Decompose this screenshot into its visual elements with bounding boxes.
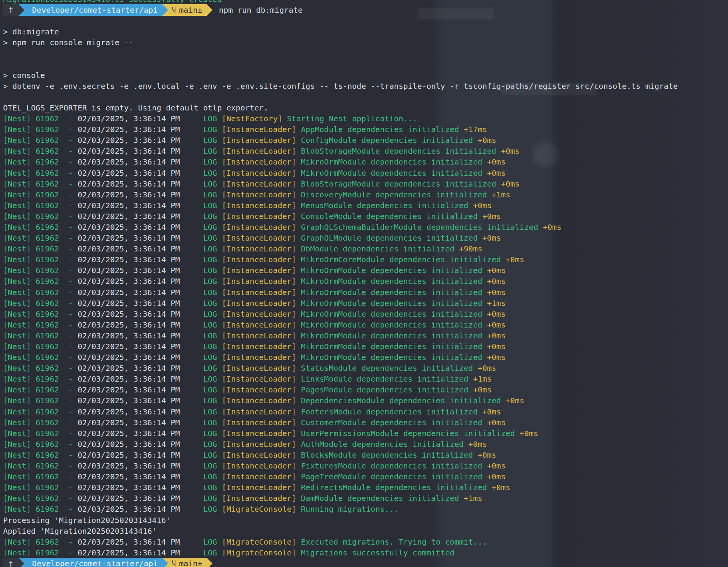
nest-context: [InstanceLoader] xyxy=(222,429,296,438)
nest-level: LOG xyxy=(180,537,222,547)
log-line: [Nest] 61962 - 02/03/2025, 3:36:14 PM LO… xyxy=(3,124,728,135)
log-line: [Nest] 61962 - 02/03/2025, 3:36:14 PM LO… xyxy=(3,156,728,167)
nest-prefix: [Nest] 61962 - xyxy=(3,179,78,188)
nest-elapsed: +1ms xyxy=(482,299,505,308)
nest-message: PagesModule dependencies initialized xyxy=(296,385,469,394)
nest-prefix: [Nest] 61962 - xyxy=(3,407,78,416)
nest-elapsed: +0ms xyxy=(468,201,492,210)
nest-level: LOG xyxy=(180,125,222,134)
nest-elapsed: +0ms xyxy=(482,418,505,427)
nest-message: MikroOrmModule dependencies initialized xyxy=(296,331,483,340)
terminal-output: Migration20250203143416.ts successfully … xyxy=(3,0,728,567)
git-branch-icon xyxy=(171,6,177,14)
shell-prompt: †Developer/comet-starter/apimain±npm run… xyxy=(3,5,728,15)
nest-level: LOG xyxy=(180,179,222,188)
nest-elapsed: +0ms xyxy=(482,266,505,275)
log-line: [Nest] 61962 - 02/03/2025, 3:36:14 PM LO… xyxy=(3,450,728,460)
nest-message: MikroOrmModule dependencies initialized xyxy=(296,320,483,329)
nest-timestamp: 02/03/2025, 3:36:14 PM xyxy=(78,212,180,221)
nest-context: [InstanceLoader] xyxy=(222,146,296,156)
terminal-window[interactable]: Migration20250203143416.ts successfully … xyxy=(0,0,728,567)
nest-elapsed: +0ms xyxy=(473,450,496,460)
nest-prefix: [Nest] 61962 - xyxy=(3,299,78,308)
nest-message: MenusModule dependencies initialized xyxy=(296,201,469,210)
nest-timestamp: 02/03/2025, 3:36:14 PM xyxy=(78,537,180,547)
nest-context: [InstanceLoader] xyxy=(222,309,296,319)
nest-message: Running migrations... xyxy=(296,504,399,514)
nest-prefix: [Nest] 61962 - xyxy=(3,212,78,221)
log-text: > console xyxy=(3,71,45,80)
nest-message: Starting Nest application... xyxy=(282,114,417,123)
powerline-arrow-icon xyxy=(207,4,213,16)
log-line: [Nest] 61962 - 02/03/2025, 3:36:14 PM LO… xyxy=(3,341,728,352)
log-text: Processing 'Migration20250203143416' xyxy=(3,516,170,525)
nest-timestamp: 02/03/2025, 3:36:14 PM xyxy=(78,125,180,134)
log-line: [Nest] 61962 - 02/03/2025, 3:36:14 PM LO… xyxy=(3,309,728,319)
log-line: OTEL_LOGS_EXPORTER is empty. Using defau… xyxy=(3,102,728,113)
nest-context: [InstanceLoader] xyxy=(222,212,296,221)
prompt-path-segment: Developer/comet-starter/api xyxy=(24,558,162,567)
nest-message: AuthModule dependencies initialized xyxy=(296,440,464,449)
nest-timestamp: 02/03/2025, 3:36:14 PM xyxy=(78,342,180,351)
prompt-path: Developer/comet-starter/api xyxy=(32,5,158,15)
nest-elapsed: +0ms xyxy=(482,472,505,481)
nest-prefix: [Nest] 61962 - xyxy=(3,146,78,156)
nest-timestamp: 02/03/2025, 3:36:14 PM xyxy=(78,266,180,275)
nest-context: [InstanceLoader] xyxy=(222,277,296,286)
nest-level: LOG xyxy=(180,418,222,427)
nest-elapsed: +0ms xyxy=(482,331,505,340)
nest-level: LOG xyxy=(180,136,222,145)
log-line: [Nest] 61962 - 02/03/2025, 3:36:14 PM LO… xyxy=(3,135,728,146)
nest-prefix: [Nest] 61962 - xyxy=(3,504,78,514)
nest-elapsed: +0ms xyxy=(473,363,496,373)
nest-prefix: [Nest] 61962 - xyxy=(3,201,78,210)
log-line: > db:migrate xyxy=(3,26,728,37)
nest-context: [InstanceLoader] xyxy=(222,233,296,243)
nest-message: AppModule dependencies initialized xyxy=(296,125,459,134)
nest-level: LOG xyxy=(180,201,222,210)
user-symbol-icon: † xyxy=(9,5,13,15)
user-symbol-icon: † xyxy=(9,558,13,567)
nest-message: CustomerModule dependencies initialized xyxy=(296,418,483,427)
nest-level: LOG xyxy=(180,146,222,156)
nest-timestamp: 02/03/2025, 3:36:14 PM xyxy=(78,244,180,253)
log-line: [Nest] 61962 - 02/03/2025, 3:36:14 PM LO… xyxy=(3,363,728,373)
nest-timestamp: 02/03/2025, 3:36:14 PM xyxy=(78,179,180,188)
nest-elapsed: +0ms xyxy=(473,136,496,145)
nest-prefix: [Nest] 61962 - xyxy=(3,277,78,286)
git-branch-segment: main± xyxy=(168,558,207,567)
nest-prefix: [Nest] 61962 - xyxy=(3,125,78,134)
nest-context: [InstanceLoader] xyxy=(222,331,296,340)
log-line: [Nest] 61962 - 02/03/2025, 3:36:14 PM LO… xyxy=(3,222,728,233)
log-line xyxy=(3,48,728,59)
nest-prefix: [Nest] 61962 - xyxy=(3,396,78,405)
nest-message: DependenciesModule dependencies initiali… xyxy=(296,396,501,405)
nest-context: [InstanceLoader] xyxy=(222,125,296,134)
nest-elapsed: +1ms xyxy=(487,190,510,199)
nest-message: LinksModule dependencies initialized xyxy=(296,374,469,384)
nest-context: [InstanceLoader] xyxy=(222,244,296,253)
nest-message: GraphQLModule dependencies initialized xyxy=(296,233,478,243)
nest-message: MikroOrmModule dependencies initialized xyxy=(296,277,483,286)
nest-timestamp: 02/03/2025, 3:36:14 PM xyxy=(78,157,180,166)
nest-level: LOG xyxy=(180,212,222,221)
log-line: [Nest] 61962 - 02/03/2025, 3:36:14 PM LO… xyxy=(3,406,728,417)
terminal-screen: { "palette": { "background": "#2a2d35", … xyxy=(0,0,728,567)
nest-timestamp: 02/03/2025, 3:36:14 PM xyxy=(78,494,180,503)
nest-context: [InstanceLoader] xyxy=(222,461,296,470)
nest-timestamp: 02/03/2025, 3:36:14 PM xyxy=(78,548,180,557)
nest-timestamp: 02/03/2025, 3:36:14 PM xyxy=(78,222,180,232)
log-line: [Nest] 61962 - 02/03/2025, 3:36:14 PM LO… xyxy=(3,276,728,287)
nest-prefix: [Nest] 61962 - xyxy=(3,190,78,199)
nest-context: [InstanceLoader] xyxy=(222,288,296,297)
nest-elapsed: +0ms xyxy=(478,233,501,243)
nest-level: LOG xyxy=(180,114,222,123)
nest-level: LOG xyxy=(180,244,222,253)
nest-elapsed: +0ms xyxy=(482,353,505,362)
nest-message: ConsoleModule dependencies initialized xyxy=(296,212,478,221)
nest-message: BlobStorageModule dependencies initializ… xyxy=(296,146,497,156)
nest-prefix: [Nest] 61962 - xyxy=(3,331,78,340)
nest-message: Executed migrations. Trying to commit... xyxy=(296,537,487,547)
nest-elapsed: +0ms xyxy=(478,212,501,221)
nest-prefix: [Nest] 61962 - xyxy=(3,266,78,275)
